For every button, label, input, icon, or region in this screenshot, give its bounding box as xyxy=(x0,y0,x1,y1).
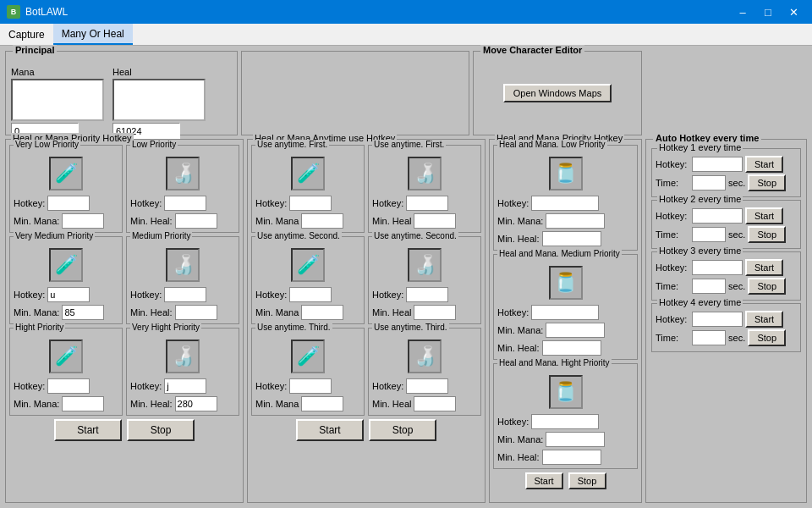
low-title: Low Priority xyxy=(130,140,178,149)
menu-capture[interactable]: Capture xyxy=(0,24,53,45)
m-potion-icon: 🍶 xyxy=(166,248,200,282)
panel2-start-button[interactable]: Start xyxy=(296,419,364,441)
vm-minmana-label: Min. Mana: xyxy=(14,307,59,318)
hk4-time-input[interactable] xyxy=(692,330,726,345)
l-minheal-input[interactable] xyxy=(175,213,217,229)
vl-minmana-input[interactable] xyxy=(62,213,104,229)
panel2-stop-button[interactable]: Stop xyxy=(369,419,436,441)
low-potion-icon: 🍶 xyxy=(166,157,200,190)
hk1-input[interactable] xyxy=(692,157,743,172)
af2-minheal-input[interactable] xyxy=(414,213,456,229)
heal-mana-anytime-panel: Heal or Mana Anytime use Hotkey Use anyt… xyxy=(247,139,486,503)
top-row: Principal Mana Heal Move Character Edito… xyxy=(5,51,807,135)
as2-minheal-input[interactable] xyxy=(414,305,456,320)
at2-minheal-input[interactable] xyxy=(414,396,456,411)
panel3-stop-button[interactable]: Stop xyxy=(568,472,606,489)
menu-bar: Capture Many Or Heal xyxy=(0,24,812,46)
l-hotkey-input[interactable] xyxy=(164,196,206,211)
at1-hotkey-input[interactable] xyxy=(289,378,332,394)
hk4-group-title: Hotkey 4 every time xyxy=(657,297,743,307)
comb-low-title: Heal and Mana. Low Priority xyxy=(497,140,607,149)
comb-low-minmana[interactable] xyxy=(546,213,605,229)
comb-low-hotkey[interactable] xyxy=(531,196,599,211)
at2-hotkey-input[interactable] xyxy=(406,378,448,394)
hight-priority-box: Hight Priority 🧪 Hotkey: Min. Mana: xyxy=(9,328,123,416)
hk3-stop-button[interactable]: Stop xyxy=(748,278,786,295)
at1-title: Use anytime. Third. xyxy=(255,323,332,332)
menu-many-or-heal[interactable]: Many Or Heal xyxy=(53,24,133,45)
comb-hight-potion: 🫙 xyxy=(549,375,583,409)
minimize-button[interactable]: – xyxy=(731,2,754,22)
h-title: Hight Priority xyxy=(14,323,65,332)
m-minheal-input[interactable] xyxy=(175,305,217,320)
window-controls: – □ ✕ xyxy=(731,2,805,22)
hk4-time-label: Time: xyxy=(656,333,689,343)
comb-hight-minheal[interactable] xyxy=(542,450,601,465)
hk1-stop-button[interactable]: Stop xyxy=(748,174,786,191)
hk2-sec-label: sec. xyxy=(728,229,745,240)
m-hotkey-input[interactable] xyxy=(164,287,206,302)
vh-hotkey-label: Hotkey: xyxy=(130,381,162,391)
as1-hotkey-input[interactable] xyxy=(289,287,332,302)
vl-hotkey-input[interactable] xyxy=(47,196,90,211)
hk4-start-button[interactable]: Start xyxy=(745,311,783,328)
panel1-buttons: Start Stop xyxy=(9,419,239,441)
close-button[interactable]: ✕ xyxy=(782,2,805,22)
comb-low-minheal[interactable] xyxy=(542,231,601,246)
hk4-stop-button[interactable]: Stop xyxy=(748,329,786,346)
vh-potion-icon: 🍶 xyxy=(166,340,200,373)
panel1-stop-button[interactable]: Stop xyxy=(127,419,195,441)
hk3-input[interactable] xyxy=(692,260,743,275)
comb-med-minheal[interactable] xyxy=(542,340,601,356)
l-minheal-label: Min. Heal: xyxy=(130,216,173,226)
vm-hotkey-input[interactable] xyxy=(47,287,90,302)
principal-title: Principal xyxy=(13,45,57,55)
comb-hight-hotkey[interactable] xyxy=(531,414,599,429)
comb-med-minmana[interactable] xyxy=(546,323,605,338)
hk2-label: Hotkey: xyxy=(656,211,689,221)
af2-potion-icon: 🍶 xyxy=(408,157,442,190)
hk2-stop-button[interactable]: Stop xyxy=(748,226,786,243)
hk4-label: Hotkey: xyxy=(656,314,689,324)
hk2-time-input[interactable] xyxy=(692,227,726,242)
h-hotkey-input[interactable] xyxy=(47,378,90,394)
comb-low-potion: 🫙 xyxy=(549,157,583,190)
comb-hight-minmana[interactable] xyxy=(546,432,605,447)
at1-minmana-input[interactable] xyxy=(301,396,343,411)
af1-minmana-input[interactable] xyxy=(301,213,343,229)
maximize-button[interactable]: □ xyxy=(756,2,780,22)
vh-hotkey-input[interactable] xyxy=(164,378,206,394)
hk3-time-input[interactable] xyxy=(692,279,726,294)
af1-title: Use anytime. First. xyxy=(255,140,329,149)
hk4-input[interactable] xyxy=(692,312,743,327)
very-low-potion-icon: 🧪 xyxy=(49,157,83,190)
panel1-start-button[interactable]: Start xyxy=(54,419,122,441)
hk2-start-button[interactable]: Start xyxy=(745,207,783,224)
h-minmana-input[interactable] xyxy=(62,396,104,411)
af1-hotkey-input[interactable] xyxy=(289,196,332,211)
hk1-time-input[interactable] xyxy=(692,175,726,190)
af2-hotkey-input[interactable] xyxy=(406,196,448,211)
at2-title: Use anytime. Third. xyxy=(372,323,449,332)
m-title: Medium Priority xyxy=(130,231,192,240)
hotkey1-group: Hotkey 1 every time Hotkey: Start Time: … xyxy=(651,148,801,197)
vl-minmana-label: Min. Mana: xyxy=(14,216,59,226)
as2-hotkey-input[interactable] xyxy=(406,287,448,302)
open-windows-maps-button[interactable]: Open Windows Maps xyxy=(503,84,612,102)
hk1-start-button[interactable]: Start xyxy=(745,156,783,173)
comb-med-potion: 🫙 xyxy=(549,266,583,300)
comb-med-hotkey[interactable] xyxy=(531,305,599,320)
m-hotkey-label: Hotkey: xyxy=(130,290,162,300)
as1-minmana-input[interactable] xyxy=(301,305,343,320)
panel3-start-button[interactable]: Start xyxy=(525,472,563,489)
combined-hight-box: Heal and Mana. Hight Priority 🫙 Hotkey: … xyxy=(493,363,638,469)
medium-priority-box: Medium Priority 🍶 Hotkey: Min. Heal: xyxy=(126,236,239,324)
vm-minmana-input[interactable] xyxy=(62,305,104,320)
combined-low-box: Heal and Mana. Low Priority 🫙 Hotkey: Mi… xyxy=(493,145,638,251)
main-content: Principal Mana Heal Move Character Edito… xyxy=(0,46,812,508)
hk2-input[interactable] xyxy=(692,208,743,224)
vh-minheal-input[interactable] xyxy=(175,396,217,411)
h-potion-icon: 🧪 xyxy=(49,340,83,373)
hk3-start-button[interactable]: Start xyxy=(745,259,783,276)
very-hight-priority-box: Very Hight Priority 🍶 Hotkey: Min. Heal: xyxy=(126,328,239,416)
